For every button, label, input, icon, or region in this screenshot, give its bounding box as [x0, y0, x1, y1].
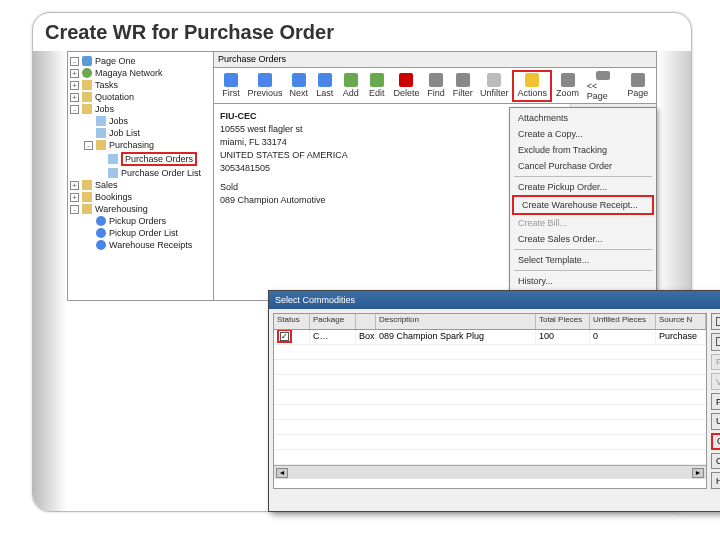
- toolbar-zoom-button[interactable]: Zoom: [552, 70, 582, 102]
- markall-button[interactable]: Mark all: [711, 313, 720, 330]
- tree-item[interactable]: -Purchasing: [70, 139, 211, 151]
- table-row[interactable]: C…Box089 Champion Spark Plug1000Purchase: [274, 330, 706, 345]
- cell: 0: [590, 330, 656, 344]
- toolbar-page-button[interactable]: << Page: [583, 70, 624, 102]
- first-icon: [224, 73, 238, 87]
- col-header[interactable]: [356, 314, 376, 329]
- view-button: View...: [711, 373, 720, 390]
- checkbox-icon[interactable]: [280, 332, 289, 341]
- col-header[interactable]: Description: [376, 314, 536, 329]
- tree-icon: [96, 240, 106, 250]
- menu-item[interactable]: Create Sales Order...: [510, 231, 656, 247]
- dialog-buttons: Mark allUnmark allPieces...View...Filter…: [711, 309, 720, 493]
- menu-item[interactable]: Exclude from Tracking: [510, 142, 656, 158]
- tree-label: Magaya Network: [95, 68, 163, 78]
- tab-purchase-orders[interactable]: Purchase Orders: [214, 52, 656, 68]
- tree-item[interactable]: Purchase Orders: [70, 151, 211, 167]
- tree-item[interactable]: +Quotation: [70, 91, 211, 103]
- tree-icon: [108, 154, 118, 164]
- page-title: Create WR for Purchase Order: [33, 13, 691, 48]
- menu-item[interactable]: Create Warehouse Receipt...: [512, 195, 654, 215]
- tree-item[interactable]: +Tasks: [70, 79, 211, 91]
- toolbar-add-button[interactable]: Add: [338, 70, 364, 102]
- tree-item[interactable]: Warehouse Receipts: [70, 239, 211, 251]
- cell: Box: [356, 330, 376, 344]
- menu-item[interactable]: Create Bill...: [510, 215, 656, 231]
- tree-item[interactable]: -Page One: [70, 55, 211, 67]
- toolbar-delete-button[interactable]: Delete: [390, 70, 423, 102]
- tree-icon: [108, 168, 118, 178]
- cell: 100: [536, 330, 590, 344]
- page-icon: [631, 73, 645, 87]
- select-commodities-dialog: Select Commodities X StatusPackageDescri…: [268, 290, 720, 512]
- toolbar-page-button[interactable]: Page: [624, 70, 652, 102]
- grid-header: StatusPackageDescriptionTotal PiecesUnfi…: [274, 314, 706, 330]
- delete-icon: [399, 73, 413, 87]
- tree-icon: [82, 68, 92, 78]
- tree-item[interactable]: -Jobs: [70, 103, 211, 115]
- menu-item[interactable]: Create Pickup Order...: [510, 179, 656, 195]
- checkbox-icon: [716, 317, 720, 326]
- nav-tree[interactable]: -Page One+Magaya Network+Tasks+Quotation…: [68, 52, 214, 300]
- help-button[interactable]: Help: [711, 472, 720, 489]
- toolbar-previous-button[interactable]: Previous: [244, 70, 286, 102]
- toolbar-find-button[interactable]: Find: [423, 70, 449, 102]
- tree-item[interactable]: -Warehousing: [70, 203, 211, 215]
- menu-item[interactable]: Cancel Purchase Order: [510, 158, 656, 174]
- col-header[interactable]: Package: [310, 314, 356, 329]
- h-scrollbar[interactable]: ◄ ►: [274, 465, 706, 479]
- tree-item[interactable]: Purchase Order List: [70, 167, 211, 179]
- detail-block: FIU-CEC 10555 west flagler st miami, FL …: [220, 110, 348, 207]
- toolbar-filter-button[interactable]: Filter: [449, 70, 476, 102]
- menu-item[interactable]: History...: [510, 273, 656, 289]
- filter-button[interactable]: Filter...: [711, 393, 720, 410]
- scroll-right-icon[interactable]: ►: [692, 468, 704, 478]
- ok-button[interactable]: OK: [711, 433, 720, 450]
- unfilter-button[interactable]: Unfilter: [711, 413, 720, 430]
- tree-label: Bookings: [95, 192, 132, 202]
- col-header[interactable]: Source N: [656, 314, 706, 329]
- tree-item[interactable]: +Sales: [70, 179, 211, 191]
- menu-item[interactable]: Create a Copy...: [510, 126, 656, 142]
- toolbar: FirstPreviousNextLastAddEditDeleteFindFi…: [214, 68, 656, 104]
- cancel-button[interactable]: Cancel: [711, 453, 720, 470]
- tree-label: Quotation: [95, 92, 134, 102]
- col-header[interactable]: Total Pieces: [536, 314, 590, 329]
- toolbar-last-button[interactable]: Last: [312, 70, 338, 102]
- actions-icon: [525, 73, 539, 87]
- col-header[interactable]: Status: [274, 314, 310, 329]
- gradient-left: [33, 51, 67, 511]
- add-icon: [344, 73, 358, 87]
- cell: [274, 330, 310, 344]
- tree-icon: [82, 180, 92, 190]
- unmarkall-button[interactable]: Unmark all: [711, 333, 720, 351]
- tree-label: Warehousing: [95, 204, 148, 214]
- menu-item[interactable]: Attachments: [510, 110, 656, 126]
- detail-addr1: 10555 west flagler st: [220, 123, 348, 136]
- tree-icon: [82, 92, 92, 102]
- toolbar-actions-button[interactable]: Actions: [512, 70, 553, 102]
- commodities-grid[interactable]: StatusPackageDescriptionTotal PiecesUnfi…: [273, 313, 707, 489]
- tree-item[interactable]: Job List: [70, 127, 211, 139]
- tree-icon: [82, 56, 92, 66]
- tree-label: Sales: [95, 180, 118, 190]
- tree-item[interactable]: +Magaya Network: [70, 67, 211, 79]
- detail-client: 089 Champion Automotive: [220, 194, 348, 207]
- menu-item[interactable]: Select Template...: [510, 252, 656, 268]
- toolbar-next-button[interactable]: Next: [286, 70, 312, 102]
- tree-label: Jobs: [95, 104, 114, 114]
- tree-item[interactable]: +Bookings: [70, 191, 211, 203]
- tree-item[interactable]: Jobs: [70, 115, 211, 127]
- scroll-left-icon[interactable]: ◄: [276, 468, 288, 478]
- pieces-button: Pieces...: [711, 354, 720, 371]
- toolbar-unfilter-button[interactable]: Unfilter: [476, 70, 512, 102]
- actions-context-menu[interactable]: AttachmentsCreate a Copy...Exclude from …: [509, 107, 657, 292]
- tree-item[interactable]: Pickup Order List: [70, 227, 211, 239]
- tree-item[interactable]: Pickup Orders: [70, 215, 211, 227]
- toolbar-edit-button[interactable]: Edit: [364, 70, 390, 102]
- tree-label: Pickup Order List: [109, 228, 178, 238]
- find-icon: [429, 73, 443, 87]
- col-header[interactable]: Unfilled Pieces: [590, 314, 656, 329]
- zoom-icon: [561, 73, 575, 87]
- toolbar-first-button[interactable]: First: [218, 70, 244, 102]
